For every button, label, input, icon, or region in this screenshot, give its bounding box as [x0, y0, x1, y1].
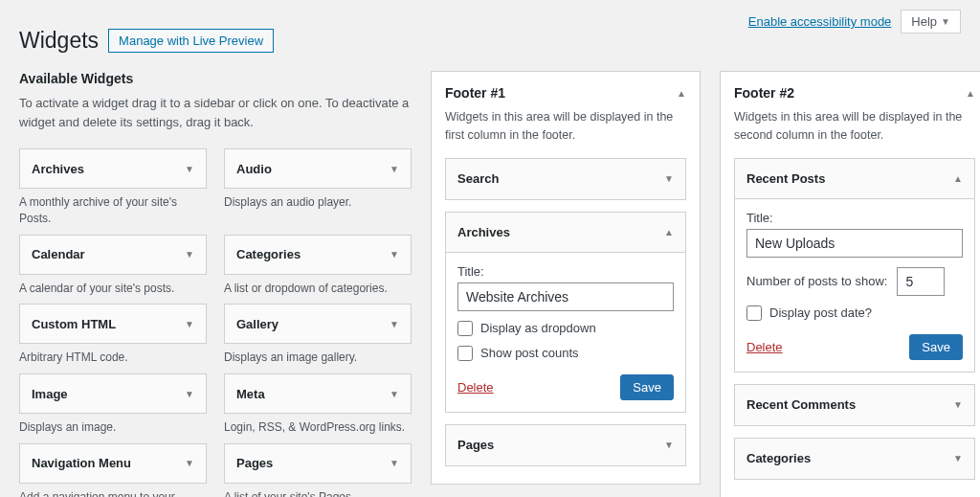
display-dropdown-checkbox[interactable] — [457, 321, 473, 336]
placed-widget-header[interactable]: Recent Posts ▲ — [735, 159, 974, 199]
display-dropdown-label: Display as dropdown — [480, 321, 596, 335]
manage-live-preview-button[interactable]: Manage with Live Preview — [108, 29, 274, 53]
page-title: Widgets — [19, 28, 99, 54]
widget-area-header[interactable]: Footer #1 ▲ — [445, 85, 686, 101]
title-input[interactable] — [746, 229, 963, 258]
placed-widget-label: Search — [457, 171, 499, 186]
placed-widget-label: Pages — [457, 438, 494, 452]
widget-chip[interactable]: Categories▼ — [224, 235, 412, 275]
available-widget: Gallery▼Displays an image gallery. — [224, 304, 412, 366]
placed-widget-pages[interactable]: Pages ▼ — [445, 424, 686, 466]
widget-description: Login, RSS, & WordPress.org links. — [224, 419, 412, 436]
delete-widget-link[interactable]: Delete — [457, 380, 494, 395]
widget-area-header[interactable]: Footer #2 ▲ — [734, 85, 975, 101]
available-widget: Audio▼Displays an audio player. — [224, 148, 412, 227]
caret-down-icon: ▼ — [390, 319, 399, 329]
placed-widget-recent-posts: Recent Posts ▲ Title: Number of posts to… — [734, 158, 975, 373]
widget-name: Image — [32, 387, 68, 401]
caret-down-icon: ▼ — [390, 389, 399, 399]
widget-description: Displays an image. — [19, 419, 207, 436]
accessibility-mode-link[interactable]: Enable accessibility mode — [748, 14, 892, 29]
caret-down-icon: ▼ — [941, 16, 950, 27]
display-post-date-label: Display post date? — [769, 305, 872, 320]
caret-down-icon: ▼ — [390, 249, 399, 260]
widget-chip[interactable]: Image▼ — [19, 373, 207, 414]
widget-chip[interactable]: Audio▼ — [224, 148, 412, 189]
available-widget: Image▼Displays an image. — [19, 373, 207, 436]
help-button[interactable]: Help ▼ — [901, 10, 961, 34]
placed-widget-categories[interactable]: Categories ▼ — [734, 438, 975, 480]
widget-chip[interactable]: Pages▼ — [224, 443, 412, 484]
caret-down-icon: ▼ — [185, 164, 194, 174]
widget-name: Navigation Menu — [32, 456, 131, 470]
widget-area-description: Widgets in this area will be displayed i… — [734, 108, 975, 145]
widget-name: Archives — [32, 162, 84, 176]
widget-area-footer-1: Footer #1 ▲ Widgets in this area will be… — [431, 71, 701, 485]
widget-description: Arbitrary HTML code. — [19, 350, 207, 366]
widget-name: Meta — [236, 387, 265, 401]
caret-up-icon: ▲ — [664, 227, 674, 237]
caret-down-icon: ▼ — [953, 399, 963, 410]
save-button[interactable]: Save — [909, 334, 963, 360]
title-label: Title: — [457, 264, 674, 279]
widget-chip[interactable]: Meta▼ — [224, 373, 412, 414]
widget-chip[interactable]: Calendar▼ — [19, 235, 207, 275]
widget-area-footer-2: Footer #2 ▲ Widgets in this area will be… — [720, 71, 980, 497]
available-widget: Navigation Menu▼Add a navigation menu to… — [19, 443, 207, 497]
placed-widget-label: Recent Posts — [746, 171, 825, 186]
widget-name: Calendar — [32, 247, 85, 261]
widget-description: A calendar of your site's posts. — [19, 281, 207, 297]
available-widgets-heading: Available Widgets — [19, 71, 412, 86]
widget-area-title: Footer #2 — [734, 85, 794, 101]
caret-down-icon: ▼ — [185, 249, 194, 260]
widget-area-title: Footer #1 — [445, 85, 505, 101]
placed-widget-archives: Archives ▲ Title: Display as dropdown Sh… — [445, 212, 686, 413]
widget-area-description: Widgets in this area will be displayed i… — [445, 108, 686, 145]
save-button[interactable]: Save — [620, 374, 674, 400]
widget-description: A list or dropdown of categories. — [224, 281, 412, 297]
widget-name: Gallery — [236, 317, 278, 331]
widget-description: Displays an audio player. — [224, 194, 412, 211]
widget-description: Add a navigation menu to your sidebar. — [19, 489, 207, 497]
caret-down-icon: ▼ — [953, 453, 963, 463]
number-posts-input[interactable] — [897, 267, 945, 296]
title-label: Title: — [746, 211, 963, 225]
caret-down-icon: ▼ — [664, 440, 674, 450]
available-widget: Meta▼Login, RSS, & WordPress.org links. — [224, 373, 412, 436]
placed-widget-label: Archives — [457, 225, 510, 239]
widget-chip[interactable]: Archives▼ — [19, 148, 207, 189]
available-widget: Custom HTML▼Arbitrary HTML code. — [19, 304, 207, 366]
placed-widget-recent-comments[interactable]: Recent Comments ▼ — [734, 384, 975, 426]
caret-down-icon: ▼ — [185, 389, 194, 399]
show-post-counts-label: Show post counts — [480, 346, 579, 360]
widget-chip[interactable]: Navigation Menu▼ — [19, 443, 207, 484]
widget-name: Custom HTML — [32, 317, 116, 331]
placed-widget-header[interactable]: Archives ▲ — [446, 213, 685, 253]
caret-down-icon: ▼ — [664, 173, 674, 184]
available-widget: Pages▼A list of your site's Pages. — [224, 443, 412, 497]
widget-chip[interactable]: Gallery▼ — [224, 304, 412, 344]
available-widgets-description: To activate a widget drag it to a sideba… — [19, 94, 412, 131]
caret-up-icon: ▲ — [677, 88, 686, 99]
widget-name: Audio — [236, 162, 272, 176]
caret-down-icon: ▼ — [185, 319, 194, 329]
available-widget: Categories▼A list or dropdown of categor… — [224, 235, 412, 297]
available-widget: Archives▼A monthly archive of your site'… — [19, 148, 207, 227]
widget-chip[interactable]: Custom HTML▼ — [19, 304, 207, 344]
title-input[interactable] — [457, 282, 674, 311]
delete-widget-link[interactable]: Delete — [746, 340, 783, 354]
display-post-date-checkbox[interactable] — [746, 305, 762, 321]
caret-up-icon: ▲ — [966, 88, 975, 99]
available-widget: Calendar▼A calendar of your site's posts… — [19, 235, 207, 297]
placed-widget-search[interactable]: Search ▼ — [445, 158, 686, 200]
number-posts-label: Number of posts to show: — [746, 274, 887, 288]
caret-up-icon: ▲ — [953, 173, 963, 184]
help-label: Help — [911, 14, 937, 29]
widget-description: A monthly archive of your site's Posts. — [19, 194, 207, 227]
placed-widget-label: Recent Comments — [746, 397, 856, 412]
caret-down-icon: ▼ — [390, 458, 399, 468]
caret-down-icon: ▼ — [390, 164, 399, 174]
show-post-counts-checkbox[interactable] — [457, 346, 473, 361]
placed-widget-label: Categories — [746, 451, 811, 465]
widget-description: A list of your site's Pages. — [224, 489, 412, 497]
